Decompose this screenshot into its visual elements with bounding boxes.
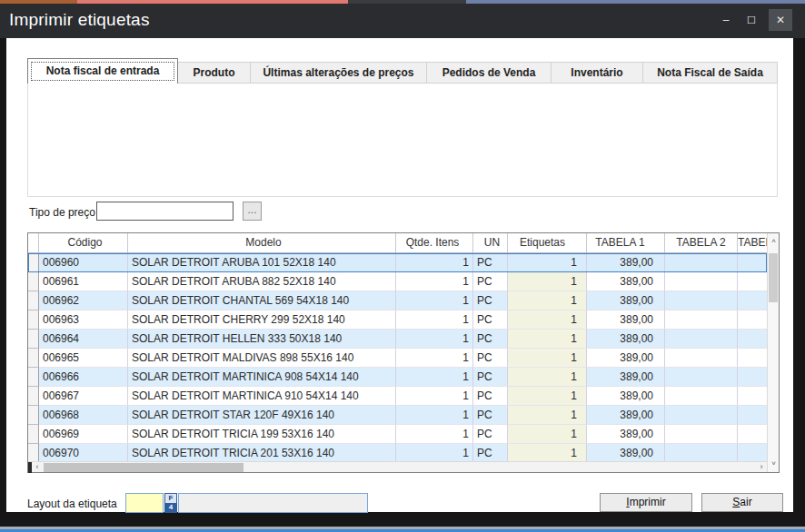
grid-cell[interactable]	[738, 291, 767, 310]
grid-cell[interactable]: SOLAR DETROIT ARUBA 101 52X18 140	[128, 253, 396, 272]
grid-cell[interactable]: PC	[473, 291, 508, 310]
grid-cell[interactable]: 006967	[39, 387, 128, 406]
grid-cell[interactable]: PC	[473, 272, 508, 291]
row-selector[interactable]	[28, 368, 39, 387]
table-row[interactable]: 006969SOLAR DETROIT TRICIA 199 53X16 140…	[28, 425, 767, 444]
table-row[interactable]: 006966SOLAR DETROIT MARTINICA 908 54X14 …	[28, 368, 767, 387]
scroll-down-icon[interactable]: ˅	[768, 458, 780, 470]
grid-cell[interactable]: PC	[473, 349, 508, 368]
grid-cell[interactable]	[738, 406, 767, 425]
grid-cell[interactable]	[738, 444, 767, 461]
table-row[interactable]: 006961SOLAR DETROIT ARUBA 882 52X18 1401…	[28, 272, 767, 291]
grid-header-un[interactable]: UN	[473, 233, 508, 252]
tab-inventario[interactable]: Inventário	[552, 62, 643, 84]
grid-cell[interactable]: 389,00	[587, 272, 665, 291]
grid-cell[interactable]: 1	[396, 444, 473, 461]
grid-cell[interactable]: 1	[396, 349, 473, 368]
grid-cell[interactable]	[738, 330, 767, 349]
tab-ultimas-alteracoes[interactable]: Últimas alterações de preços	[251, 62, 427, 84]
grid-cell[interactable]: 389,00	[587, 406, 665, 425]
row-selector[interactable]	[28, 330, 39, 349]
grid-cell[interactable]: SOLAR DETROIT MALDIVAS 898 55X16 140	[128, 349, 396, 368]
grid-cell[interactable]: 1	[508, 349, 587, 368]
grid-header-qtde-itens[interactable]: Qtde. Itens	[396, 233, 473, 252]
grid-cell[interactable]: 1	[508, 330, 587, 349]
grid-cell[interactable]	[665, 291, 738, 310]
grid-cell[interactable]: SOLAR DETROIT STAR 120F 49X16 140	[128, 406, 396, 425]
row-selector[interactable]	[28, 406, 39, 425]
tipo-preco-input[interactable]	[96, 202, 234, 221]
grid-cell[interactable]	[665, 330, 738, 349]
grid-cell[interactable]: PC	[473, 330, 508, 349]
row-selector[interactable]	[28, 253, 39, 272]
grid-cell[interactable]	[665, 406, 738, 425]
layout-code-input[interactable]	[125, 493, 164, 513]
grid-cell[interactable]: 389,00	[587, 444, 665, 461]
grid-cell[interactable]	[738, 349, 767, 368]
grid-cell[interactable]	[665, 368, 738, 387]
grid-cell[interactable]: 006962	[39, 291, 128, 310]
table-row[interactable]: 006967SOLAR DETROIT MARTINICA 910 54X14 …	[28, 387, 767, 406]
grid-cell[interactable]: 1	[508, 368, 587, 387]
table-row[interactable]: 006964SOLAR DETROIT HELLEN 333 50X18 140…	[28, 330, 767, 349]
vertical-scrollbar-thumb[interactable]	[769, 253, 778, 302]
grid-cell[interactable]: 006963	[39, 310, 128, 330]
tab-pedidos-venda[interactable]: Pedidos de Venda	[427, 62, 552, 84]
grid-cell[interactable]: 006970	[39, 444, 128, 461]
scroll-up-icon[interactable]: ˄	[768, 235, 780, 248]
grid-cell[interactable]	[665, 253, 738, 272]
grid-header-codigo[interactable]: Código	[39, 233, 128, 252]
table-row[interactable]: 006965SOLAR DETROIT MALDIVAS 898 55X16 1…	[28, 349, 767, 368]
grid-cell[interactable]: 389,00	[587, 253, 665, 272]
grid-cell[interactable]: 1	[508, 272, 587, 291]
horizontal-scrollbar[interactable]: ‹ ›	[28, 461, 767, 472]
grid-cell[interactable]: 006969	[39, 425, 128, 444]
row-selector[interactable]	[28, 310, 39, 330]
grid-cell[interactable]: PC	[473, 368, 508, 387]
grid-header-etiquetas[interactable]: Etiquetas	[508, 233, 587, 252]
grid-cell[interactable]: 1	[508, 387, 587, 406]
grid-cell[interactable]: 1	[396, 406, 473, 425]
row-selector[interactable]	[28, 425, 39, 444]
scroll-left-icon[interactable]: ‹	[32, 462, 43, 473]
row-selector[interactable]	[28, 387, 39, 406]
grid-cell[interactable]: 006968	[39, 406, 128, 425]
horizontal-scrollbar-thumb[interactable]	[44, 463, 243, 472]
row-selector[interactable]	[28, 272, 39, 291]
row-selector[interactable]	[28, 291, 39, 310]
table-row[interactable]: 006970SOLAR DETROIT TRICIA 201 53X16 140…	[28, 444, 767, 461]
grid-cell[interactable]: SOLAR DETROIT CHERRY 299 52X18 140	[128, 310, 396, 330]
row-selector[interactable]	[28, 349, 39, 368]
table-row[interactable]: 006962SOLAR DETROIT CHANTAL 569 54X18 14…	[28, 291, 767, 310]
grid-cell[interactable]: 006965	[39, 349, 128, 368]
grid-header-tabela2[interactable]: TABELA 2	[665, 233, 738, 252]
grid-cell[interactable]	[738, 387, 767, 406]
grid-cell[interactable]: 1	[396, 291, 473, 310]
grid-cell[interactable]: PC	[473, 387, 508, 406]
grid-cell[interactable]: SOLAR DETROIT TRICIA 201 53X16 140	[128, 444, 396, 461]
grid-cell[interactable]: 006960	[39, 253, 128, 272]
grid-cell[interactable]: 1	[396, 330, 473, 349]
grid-header-tabela3[interactable]: TABELA 3	[738, 233, 767, 252]
grid-cell[interactable]	[665, 387, 738, 406]
tab-nota-fiscal-entrada[interactable]: Nota fiscal de entrada	[27, 58, 178, 84]
grid-cell[interactable]: 389,00	[587, 387, 665, 406]
grid-cell[interactable]: 389,00	[587, 368, 665, 387]
grid-header-tabela1[interactable]: TABELA 1	[587, 233, 665, 252]
grid-cell[interactable]: SOLAR DETROIT TRICIA 199 53X16 140	[128, 425, 396, 444]
table-row[interactable]: 006963SOLAR DETROIT CHERRY 299 52X18 140…	[28, 310, 767, 330]
grid-cell[interactable]: 1	[508, 406, 587, 425]
grid-cell[interactable]	[738, 368, 767, 387]
tab-produto[interactable]: Produto	[178, 62, 251, 84]
grid-cell[interactable]	[665, 310, 738, 330]
grid-cell[interactable]: 006964	[39, 330, 128, 349]
sair-button[interactable]: Sair	[701, 493, 783, 512]
table-row[interactable]: 006960SOLAR DETROIT ARUBA 101 52X18 1401…	[28, 253, 767, 272]
grid-cell[interactable]: 1	[396, 253, 473, 272]
grid-cell[interactable]: 1	[396, 387, 473, 406]
grid-cell[interactable]: 1	[508, 425, 587, 444]
grid-cell[interactable]: SOLAR DETROIT MARTINICA 908 54X14 140	[128, 368, 396, 387]
grid-cell[interactable]	[665, 272, 738, 291]
grid-cell[interactable]: 1	[508, 310, 587, 330]
grid-cell[interactable]: 389,00	[587, 310, 665, 330]
